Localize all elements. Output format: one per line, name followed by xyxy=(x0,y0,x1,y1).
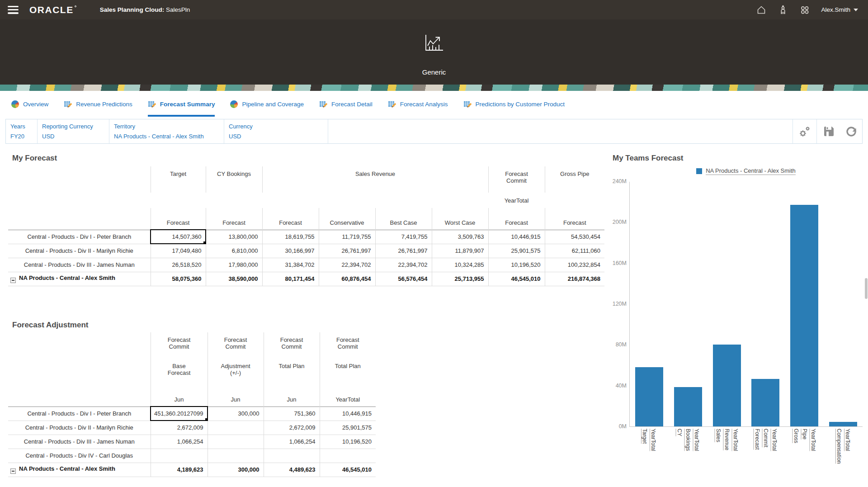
pov-dimension-label: Currency xyxy=(229,123,328,130)
data-cell[interactable]: 11,719,755 xyxy=(319,230,375,244)
pov-dimension-value[interactable]: USD xyxy=(42,133,109,140)
tab-overview[interactable]: Overview xyxy=(11,91,48,117)
row-label[interactable]: Central - Products - Div III - James Num… xyxy=(8,435,151,449)
row-label[interactable]: Central - Products - Div III - James Num… xyxy=(8,258,151,272)
legend-item[interactable]: NA Products - Central - Alex Smith xyxy=(629,167,863,175)
tab-forecast-analysis[interactable]: Forecast Analysis xyxy=(388,91,448,117)
x-tick-label[interactable]: Target YearTotal xyxy=(640,429,657,463)
data-cell[interactable]: 6,810,000 xyxy=(206,244,262,258)
data-cell[interactable]: 1,066,254 xyxy=(264,435,320,449)
x-tick-label[interactable]: Sales Revenue YearTotal xyxy=(714,429,740,463)
data-cell[interactable]: 17,980,000 xyxy=(206,258,262,272)
data-cell[interactable]: 10,196,520 xyxy=(488,258,545,272)
row-label[interactable]: NA Products - Central - Alex Smith xyxy=(8,463,151,477)
data-cell[interactable]: 216,874,368 xyxy=(545,272,604,286)
person-icon[interactable] xyxy=(778,5,788,15)
data-cell[interactable]: 17,049,480 xyxy=(151,244,206,258)
data-cell[interactable]: 13,800,000 xyxy=(206,230,262,244)
data-cell[interactable]: 451,360.20127099 xyxy=(151,407,208,421)
x-tick-label[interactable]: Compensation YearTotal xyxy=(835,429,852,463)
tab-forecast-summary[interactable]: Forecast Summary xyxy=(148,91,215,117)
data-cell[interactable]: 3,509,763 xyxy=(432,230,488,244)
row-label[interactable]: Central - Products - Div II - Marilyn Ri… xyxy=(8,244,151,258)
data-cell[interactable]: 58,075,360 xyxy=(151,272,206,286)
bar-sales-revenue-yeartotal[interactable] xyxy=(713,345,741,426)
data-cell[interactable]: 4,489,623 xyxy=(264,463,320,477)
pov-dimension-value[interactable]: USD xyxy=(229,133,328,140)
apps-grid-icon[interactable] xyxy=(799,5,810,15)
row-label[interactable]: Central - Products - Div IV - Carl Dougl… xyxy=(8,449,151,463)
data-cell[interactable]: 80,171,454 xyxy=(262,272,319,286)
bar-forecast-commit-yeartotal[interactable] xyxy=(751,379,779,426)
data-cell[interactable] xyxy=(264,449,320,463)
x-tick-label[interactable]: CY Bookings YearTotal xyxy=(675,429,701,463)
pov-dimension-value[interactable]: FY20 xyxy=(10,133,37,140)
data-cell[interactable]: 14,507,360 xyxy=(151,230,206,244)
data-cell[interactable] xyxy=(208,421,264,435)
data-cell[interactable]: 300,000 xyxy=(208,407,264,421)
data-cell[interactable]: 10,446,915 xyxy=(320,407,376,421)
data-cell[interactable] xyxy=(151,449,208,463)
data-cell[interactable]: 11,879,907 xyxy=(432,244,488,258)
data-cell[interactable]: 26,761,997 xyxy=(319,244,375,258)
data-cell[interactable]: 62,111,060 xyxy=(545,244,604,258)
data-cell[interactable]: 100,232,854 xyxy=(545,258,604,272)
data-cell[interactable]: 22,394,702 xyxy=(375,258,432,272)
collapse-icon[interactable] xyxy=(10,468,16,474)
data-cell[interactable]: 22,394,702 xyxy=(319,258,375,272)
tab-pipeline-and-coverage[interactable]: Pipeline and Coverage xyxy=(230,91,304,117)
data-cell[interactable]: 2,672,009 xyxy=(264,421,320,435)
data-cell[interactable]: 25,901,575 xyxy=(488,244,545,258)
tab-predictions-by-customer-product[interactable]: Predictions by Customer Product xyxy=(463,91,565,117)
data-cell[interactable]: 10,196,520 xyxy=(320,435,376,449)
data-cell[interactable]: 751,360 xyxy=(264,407,320,421)
fill-handle[interactable] xyxy=(203,241,206,244)
data-cell[interactable]: 18,619,755 xyxy=(262,230,319,244)
row-label[interactable]: Central - Products - Div II - Marilyn Ri… xyxy=(8,421,151,435)
row-label[interactable]: Central - Products - Div I - Peter Branc… xyxy=(8,230,151,244)
data-cell[interactable]: 46,545,010 xyxy=(320,463,376,477)
data-cell[interactable]: 56,576,454 xyxy=(375,272,432,286)
table-row: Central - Products - Div II - Marilyn Ri… xyxy=(8,421,376,435)
user-menu[interactable]: Alex.Smith xyxy=(821,6,858,13)
vertical-scrollbar-thumb[interactable] xyxy=(865,278,868,299)
data-cell[interactable] xyxy=(208,449,264,463)
data-cell[interactable]: 4,189,623 xyxy=(151,463,208,477)
menu-icon[interactable] xyxy=(8,6,19,14)
fill-handle[interactable] xyxy=(205,418,208,421)
data-cell[interactable]: 26,518,520 xyxy=(151,258,206,272)
collapse-icon[interactable] xyxy=(10,278,16,283)
data-cell[interactable] xyxy=(208,435,264,449)
data-cell[interactable]: 10,446,915 xyxy=(488,230,545,244)
data-cell[interactable]: 38,590,000 xyxy=(206,272,262,286)
settings-gears-icon[interactable] xyxy=(793,119,816,143)
pov-dimension-value[interactable]: NA Products - Central - Alex Smith xyxy=(114,133,224,140)
data-cell[interactable]: 25,901,575 xyxy=(320,421,376,435)
refresh-icon[interactable] xyxy=(840,119,862,143)
data-cell[interactable]: 26,761,997 xyxy=(375,244,432,258)
data-cell[interactable]: 31,384,702 xyxy=(262,258,319,272)
x-tick-label[interactable]: Forecast Commit YearTotal xyxy=(753,429,778,463)
data-cell[interactable]: 60,876,454 xyxy=(319,272,375,286)
data-cell[interactable] xyxy=(320,449,376,463)
data-cell[interactable]: 7,419,755 xyxy=(375,230,432,244)
data-cell[interactable]: 2,672,009 xyxy=(151,421,208,435)
row-label[interactable]: Central - Products - Div I - Peter Branc… xyxy=(8,407,151,421)
home-icon[interactable] xyxy=(756,5,767,15)
tab-forecast-detail[interactable]: Forecast Detail xyxy=(319,91,373,117)
data-cell[interactable]: 30,166,997 xyxy=(262,244,319,258)
x-tick-label[interactable]: Gross Pipe YearTotal xyxy=(792,429,817,463)
tab-revenue-predictions[interactable]: Revenue Predictions xyxy=(64,91,132,117)
data-cell[interactable]: 1,066,254 xyxy=(151,435,208,449)
row-label[interactable]: NA Products - Central - Alex Smith xyxy=(8,272,151,286)
bar-target-yeartotal[interactable] xyxy=(635,367,663,426)
bar-cy-bookings-yeartotal[interactable] xyxy=(674,387,702,426)
bar-gross-pipe-yeartotal[interactable] xyxy=(790,205,818,426)
data-cell[interactable]: 54,530,454 xyxy=(545,230,604,244)
data-cell[interactable]: 10,324,285 xyxy=(432,258,488,272)
data-cell[interactable]: 25,713,955 xyxy=(432,272,488,286)
data-cell[interactable]: 46,545,010 xyxy=(488,272,545,286)
data-cell[interactable]: 300,000 xyxy=(208,463,264,477)
save-icon[interactable] xyxy=(817,119,840,143)
bar-compensation-yeartotal[interactable] xyxy=(829,422,857,426)
